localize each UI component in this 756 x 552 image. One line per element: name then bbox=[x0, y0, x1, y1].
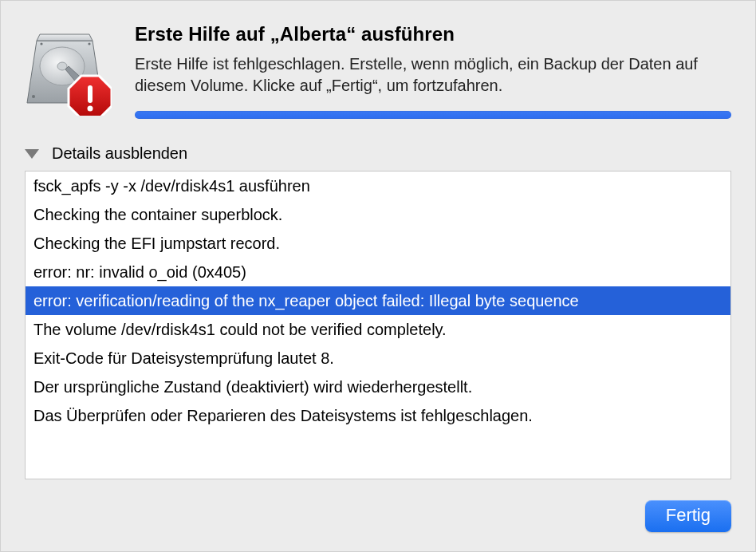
dialog-message: Erste Hilfe ist fehlgeschlagen. Erstelle… bbox=[135, 53, 731, 97]
log-line[interactable]: error: nr: invalid o_oid (0x405) bbox=[26, 258, 730, 286]
svg-point-9 bbox=[88, 42, 90, 45]
footer: Fertig bbox=[25, 479, 731, 532]
details-toggle[interactable]: Details ausblenden bbox=[25, 144, 731, 163]
svg-point-12 bbox=[88, 106, 93, 112]
disclosure-triangle-icon bbox=[25, 149, 39, 159]
text-column: Erste Hilfe auf „Alberta“ ausführen Erst… bbox=[135, 23, 731, 119]
svg-point-6 bbox=[32, 95, 35, 98]
svg-point-8 bbox=[40, 42, 42, 45]
log-line[interactable]: error: verification/reading of the nx_re… bbox=[26, 286, 730, 315]
icon-column bbox=[25, 23, 112, 119]
log-line[interactable]: fsck_apfs -y -x /dev/rdisk4s1 ausführen bbox=[26, 172, 730, 200]
progress-bar bbox=[135, 111, 731, 119]
done-button[interactable]: Fertig bbox=[645, 500, 731, 532]
log-output[interactable]: fsck_apfs -y -x /dev/rdisk4s1 ausführenC… bbox=[25, 171, 731, 479]
header: Erste Hilfe auf „Alberta“ ausführen Erst… bbox=[25, 23, 731, 119]
log-line[interactable]: Exit-Code für Dateisystemprüfung lautet … bbox=[26, 344, 730, 373]
log-line[interactable]: Checking the EFI jumpstart record. bbox=[26, 229, 730, 258]
dialog-title: Erste Hilfe auf „Alberta“ ausführen bbox=[135, 23, 731, 45]
log-line[interactable]: The volume /dev/rdisk4s1 could not be ve… bbox=[26, 315, 730, 344]
svg-rect-11 bbox=[88, 85, 93, 103]
svg-marker-1 bbox=[37, 34, 93, 41]
details-toggle-label: Details ausblenden bbox=[52, 144, 187, 163]
log-line[interactable]: Der ursprüngliche Zustand (deaktiviert) … bbox=[26, 373, 730, 401]
dialog-sheet: Erste Hilfe auf „Alberta“ ausführen Erst… bbox=[0, 0, 756, 552]
log-line[interactable]: Checking the container superblock. bbox=[26, 200, 730, 229]
disk-error-icon bbox=[26, 26, 112, 119]
log-line[interactable]: Das Überprüfen oder Reparieren des Datei… bbox=[26, 401, 730, 430]
